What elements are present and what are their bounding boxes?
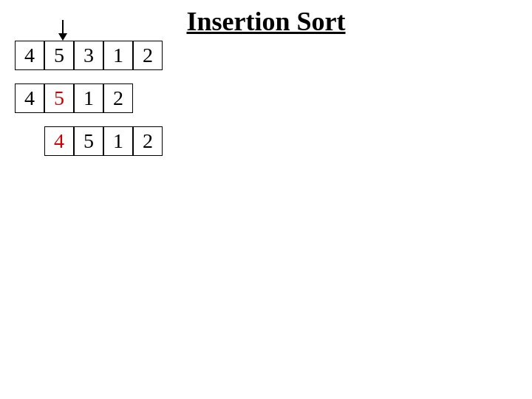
cell-row2-1: 5 [44,83,74,113]
cell-row3-0: 4 [44,126,74,156]
cell-row1-3: 1 [103,41,133,70]
array-row-row2: 4512 [15,83,163,113]
cell-row2-2: 1 [74,83,103,113]
array-row-row3: 4512 [15,126,163,156]
arrow-head [58,33,67,41]
cell-row2-0: 4 [15,83,44,113]
cell-row3-2: 1 [103,126,133,156]
cell-row2-3: 2 [103,83,133,113]
array-row-row1: 45312 [15,41,163,70]
cell-row3-3: 2 [133,126,163,156]
cell-row1-0: 4 [15,41,44,70]
cell-row1-1: 5 [44,41,74,70]
content-area: 4531245124512 [15,41,163,156]
arrow-line [62,20,64,33]
cell-row3-1: 5 [74,126,103,156]
cell-row1-2: 3 [74,41,103,70]
row-container: 4531245124512 [15,41,163,156]
page-title: Insertion Sort [0,0,532,37]
cell-row1-4: 2 [133,41,163,70]
spacer [15,126,44,156]
down-arrow [58,20,67,41]
